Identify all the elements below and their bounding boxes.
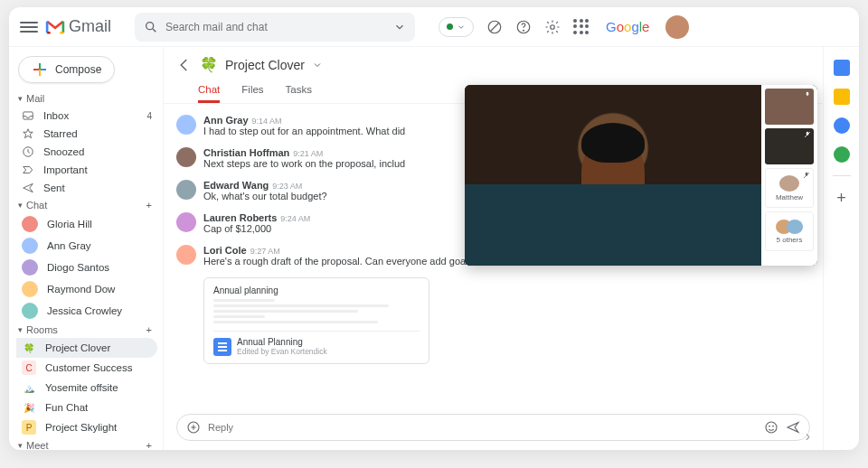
add-meeting-icon[interactable]: + <box>146 440 152 450</box>
main-menu-button[interactable] <box>20 18 38 36</box>
chat-contact[interactable]: Raymond Dow <box>16 278 157 300</box>
nav-sent[interactable]: Sent <box>16 179 157 197</box>
room-header: 🍀 Project Clover <box>164 47 823 73</box>
message-text: Cap of $12,000 <box>203 223 310 234</box>
clock-icon <box>22 145 34 158</box>
video-call-overlay[interactable]: Matthew 5 others <box>465 85 817 266</box>
rooms-section-header[interactable]: ▾Rooms+ <box>16 322 157 338</box>
chat-contact[interactable]: Diogo Santos <box>16 257 157 278</box>
room-title: Project Clover <box>225 58 305 72</box>
nav-starred[interactable]: Starred <box>16 125 157 143</box>
keep-app-icon[interactable] <box>834 89 850 105</box>
doc-attachment[interactable]: Annual planningAnnual PlanningEdited by … <box>203 277 429 364</box>
tab-files[interactable]: Files <box>241 79 263 103</box>
add-room-icon[interactable]: + <box>146 324 152 335</box>
emoji-icon[interactable] <box>764 420 778 435</box>
room-icon: 🎉 <box>22 400 36 415</box>
status-dot-icon <box>447 23 453 30</box>
chevron-down-icon[interactable] <box>393 21 406 33</box>
svg-point-6 <box>551 24 555 29</box>
message-author: Christian Hoffman9:21 AM <box>203 147 405 158</box>
avatar <box>176 180 196 200</box>
next-page-button[interactable]: › <box>806 428 810 445</box>
room-icon: P <box>22 420 36 435</box>
room-project-clover[interactable]: 🍀Project Clover <box>16 338 157 358</box>
gmail-logo[interactable]: Gmail <box>45 17 111 36</box>
search-bar[interactable] <box>135 13 415 42</box>
svg-point-15 <box>766 422 777 433</box>
mail-section-header[interactable]: ▾Mail <box>16 90 157 107</box>
main-panel: 🍀 Project Clover ChatFilesTasks Ann Gray… <box>163 47 823 450</box>
gmail-app-window: Gmail Google Compose ▾Mail Inbox4Star <box>9 7 859 450</box>
star-icon <box>22 127 34 140</box>
sidebar: Compose ▾Mail Inbox4StarredSnoozedImport… <box>9 47 163 450</box>
nav-inbox[interactable]: Inbox4 <box>16 107 157 125</box>
room-icon: 🍀 <box>22 341 36 355</box>
doc-byline: Edited by Evan Kortendick <box>237 347 327 356</box>
nav-important[interactable]: Important <box>16 161 157 179</box>
avatar <box>176 245 196 265</box>
avatar <box>22 281 38 297</box>
chat-section-header[interactable]: ▾Chat+ <box>16 197 157 213</box>
participant-tile[interactable]: Matthew <box>765 168 814 208</box>
message-author: Ann Gray9:14 AM <box>203 115 405 126</box>
search-icon <box>144 20 158 34</box>
room-project-skylight[interactable]: PProject Skylight <box>16 417 157 437</box>
add-chat-icon[interactable]: + <box>146 200 152 211</box>
calendar-app-icon[interactable] <box>834 60 850 76</box>
account-avatar[interactable] <box>665 15 689 39</box>
avatar <box>22 303 38 319</box>
chat-contact[interactable]: Ann Gray <box>16 235 157 257</box>
room-fun-chat[interactable]: 🎉Fun Chat <box>16 398 157 417</box>
room-customer-success[interactable]: CCustomer Success <box>16 358 157 378</box>
message-time: 9:14 AM <box>252 117 282 126</box>
apps-grid-icon[interactable] <box>573 19 590 35</box>
reply-input[interactable] <box>208 422 757 433</box>
contacts-app-icon[interactable] <box>834 146 850 163</box>
status-indicator[interactable] <box>439 17 474 37</box>
avatar <box>176 212 196 232</box>
meet-section-header[interactable]: ▾Meet+ <box>16 437 157 450</box>
add-addon-icon[interactable]: + <box>836 189 846 208</box>
send-icon[interactable] <box>786 420 800 435</box>
svg-point-5 <box>524 30 524 31</box>
svg-rect-18 <box>807 92 809 96</box>
tasks-app-icon[interactable] <box>834 117 850 134</box>
divider <box>833 175 851 176</box>
room-yosemite-offsite[interactable]: 🏔️Yosemite offsite <box>16 378 157 398</box>
docs-icon <box>213 338 231 356</box>
avatar <box>22 259 38 276</box>
participant-tile[interactable] <box>765 89 814 125</box>
svg-point-0 <box>146 22 154 29</box>
chevron-down-icon[interactable] <box>312 60 323 70</box>
tab-tasks[interactable]: Tasks <box>286 79 312 103</box>
help-icon[interactable] <box>515 19 532 35</box>
search-input[interactable] <box>165 21 386 33</box>
compose-button[interactable]: Compose <box>18 56 115 83</box>
offline-icon[interactable] <box>486 19 503 35</box>
back-button[interactable] <box>176 57 193 73</box>
important-icon <box>22 164 34 176</box>
chat-contact[interactable]: Jessica Crowley <box>16 300 157 322</box>
side-panel: + <box>823 47 859 450</box>
participant-others-tile[interactable]: 5 others <box>765 211 814 251</box>
message-author: Lauren Roberts9:24 AM <box>203 212 310 223</box>
google-logo[interactable]: Google <box>606 19 649 34</box>
svg-point-16 <box>769 426 770 426</box>
chat-contact[interactable]: Gloria Hill <box>16 213 157 235</box>
svg-line-3 <box>491 23 499 31</box>
add-attachment-icon[interactable] <box>186 420 201 435</box>
message-time: 9:23 AM <box>272 182 302 191</box>
participant-tile[interactable] <box>765 128 814 164</box>
mic-on-icon <box>803 90 812 99</box>
mic-off-icon <box>803 130 812 139</box>
svg-line-1 <box>153 29 156 32</box>
gear-icon[interactable] <box>544 19 561 35</box>
participant-name: Matthew <box>776 193 803 201</box>
tab-chat[interactable]: Chat <box>198 79 220 103</box>
avatar <box>176 115 196 135</box>
room-icon: 🏔️ <box>22 380 36 395</box>
video-main-speaker <box>465 85 761 266</box>
avatar <box>22 216 38 232</box>
nav-snoozed[interactable]: Snoozed <box>16 143 157 161</box>
